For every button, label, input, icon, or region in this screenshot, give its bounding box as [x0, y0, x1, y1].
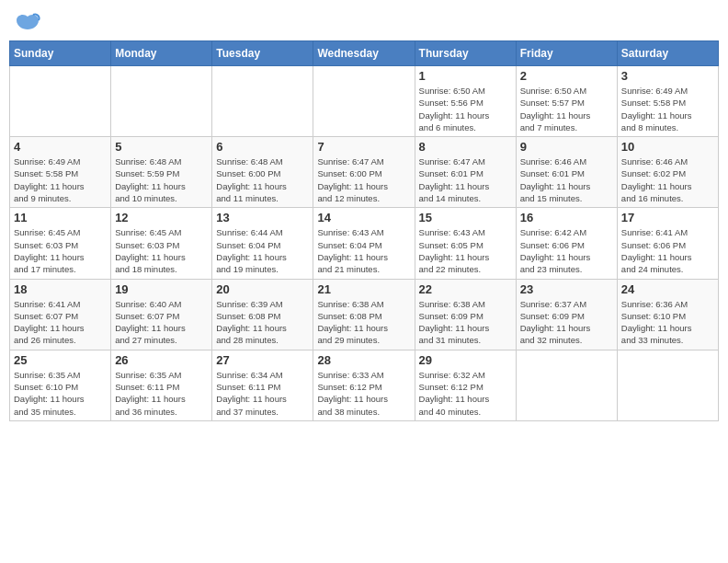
calendar-week-row: 4Sunrise: 6:49 AM Sunset: 5:58 PM Daylig…	[10, 137, 719, 208]
calendar-cell: 27Sunrise: 6:34 AM Sunset: 6:11 PM Dayli…	[212, 350, 313, 420]
page-header	[9, 9, 719, 33]
day-info: Sunrise: 6:35 AM Sunset: 6:10 PM Dayligh…	[14, 369, 107, 418]
day-info: Sunrise: 6:50 AM Sunset: 5:56 PM Dayligh…	[419, 85, 512, 133]
day-of-week-header: Wednesday	[313, 41, 415, 66]
calendar-cell: 7Sunrise: 6:47 AM Sunset: 6:00 PM Daylig…	[313, 137, 415, 208]
day-number: 10	[621, 140, 714, 154]
day-info: Sunrise: 6:32 AM Sunset: 6:12 PM Dayligh…	[419, 369, 512, 418]
calendar-cell: 9Sunrise: 6:46 AM Sunset: 6:01 PM Daylig…	[516, 137, 617, 208]
day-of-week-header: Thursday	[415, 41, 516, 66]
day-info: Sunrise: 6:37 AM Sunset: 6:09 PM Dayligh…	[520, 298, 613, 347]
calendar-cell: 20Sunrise: 6:39 AM Sunset: 6:08 PM Dayli…	[212, 279, 313, 350]
day-number: 1	[419, 69, 512, 83]
day-info: Sunrise: 6:41 AM Sunset: 6:06 PM Dayligh…	[621, 226, 714, 275]
day-number: 26	[115, 353, 208, 367]
day-of-week-header: Sunday	[10, 41, 111, 66]
calendar-cell: 5Sunrise: 6:48 AM Sunset: 5:59 PM Daylig…	[111, 137, 212, 208]
day-number: 29	[419, 353, 512, 367]
logo-bird-icon	[15, 13, 40, 33]
day-number: 17	[621, 211, 714, 224]
calendar-cell: 4Sunrise: 6:49 AM Sunset: 5:58 PM Daylig…	[10, 137, 111, 208]
calendar-cell: 15Sunrise: 6:43 AM Sunset: 6:05 PM Dayli…	[415, 208, 516, 279]
day-of-week-header: Tuesday	[212, 41, 313, 66]
calendar-cell: 21Sunrise: 6:38 AM Sunset: 6:08 PM Dayli…	[313, 279, 415, 350]
day-info: Sunrise: 6:49 AM Sunset: 5:58 PM Dayligh…	[14, 155, 107, 204]
day-number: 27	[216, 353, 309, 367]
day-number: 22	[419, 282, 512, 296]
day-of-week-header: Friday	[516, 41, 617, 66]
day-info: Sunrise: 6:43 AM Sunset: 6:04 PM Dayligh…	[317, 226, 410, 275]
day-info: Sunrise: 6:38 AM Sunset: 6:09 PM Dayligh…	[419, 298, 512, 347]
calendar-cell: 16Sunrise: 6:42 AM Sunset: 6:06 PM Dayli…	[516, 208, 617, 279]
day-number: 20	[216, 282, 309, 296]
day-number: 25	[14, 353, 107, 367]
calendar-cell: 18Sunrise: 6:41 AM Sunset: 6:07 PM Dayli…	[10, 279, 111, 350]
calendar-cell: 26Sunrise: 6:35 AM Sunset: 6:11 PM Dayli…	[111, 350, 212, 420]
day-number: 5	[115, 140, 208, 154]
calendar-cell: 17Sunrise: 6:41 AM Sunset: 6:06 PM Dayli…	[617, 208, 718, 279]
calendar-cell: 13Sunrise: 6:44 AM Sunset: 6:04 PM Dayli…	[212, 208, 313, 279]
day-number: 7	[317, 140, 410, 154]
calendar-cell	[313, 66, 415, 137]
calendar-cell: 1Sunrise: 6:50 AM Sunset: 5:56 PM Daylig…	[415, 66, 516, 137]
day-info: Sunrise: 6:33 AM Sunset: 6:12 PM Dayligh…	[317, 369, 410, 418]
day-number: 15	[419, 211, 512, 224]
calendar-cell: 12Sunrise: 6:45 AM Sunset: 6:03 PM Dayli…	[111, 208, 212, 279]
calendar-cell: 10Sunrise: 6:46 AM Sunset: 6:02 PM Dayli…	[617, 137, 718, 208]
day-number: 21	[317, 282, 410, 296]
day-of-week-header: Saturday	[617, 41, 718, 66]
calendar-cell	[617, 350, 718, 420]
calendar-cell: 29Sunrise: 6:32 AM Sunset: 6:12 PM Dayli…	[415, 350, 516, 420]
calendar-header-row: SundayMondayTuesdayWednesdayThursdayFrid…	[10, 41, 719, 66]
calendar-cell: 8Sunrise: 6:47 AM Sunset: 6:01 PM Daylig…	[415, 137, 516, 208]
calendar-week-row: 1Sunrise: 6:50 AM Sunset: 5:56 PM Daylig…	[10, 66, 719, 137]
calendar-cell: 24Sunrise: 6:36 AM Sunset: 6:10 PM Dayli…	[617, 279, 718, 350]
day-info: Sunrise: 6:43 AM Sunset: 6:05 PM Dayligh…	[419, 226, 512, 275]
day-info: Sunrise: 6:45 AM Sunset: 6:03 PM Dayligh…	[115, 226, 208, 275]
calendar-cell: 22Sunrise: 6:38 AM Sunset: 6:09 PM Dayli…	[415, 279, 516, 350]
day-number: 19	[115, 282, 208, 296]
day-info: Sunrise: 6:34 AM Sunset: 6:11 PM Dayligh…	[216, 369, 309, 418]
day-info: Sunrise: 6:41 AM Sunset: 6:07 PM Dayligh…	[14, 298, 107, 347]
day-info: Sunrise: 6:35 AM Sunset: 6:11 PM Dayligh…	[115, 369, 208, 418]
calendar-cell: 6Sunrise: 6:48 AM Sunset: 6:00 PM Daylig…	[212, 137, 313, 208]
calendar-cell: 25Sunrise: 6:35 AM Sunset: 6:10 PM Dayli…	[10, 350, 111, 420]
calendar-week-row: 18Sunrise: 6:41 AM Sunset: 6:07 PM Dayli…	[10, 279, 719, 350]
day-info: Sunrise: 6:42 AM Sunset: 6:06 PM Dayligh…	[520, 226, 613, 275]
day-number: 12	[115, 211, 208, 224]
day-number: 8	[419, 140, 512, 154]
day-number: 13	[216, 211, 309, 224]
logo	[13, 13, 40, 33]
calendar-cell	[111, 66, 212, 137]
calendar-cell	[516, 350, 617, 420]
day-number: 11	[14, 211, 107, 224]
day-info: Sunrise: 6:38 AM Sunset: 6:08 PM Dayligh…	[317, 298, 410, 347]
day-info: Sunrise: 6:46 AM Sunset: 6:01 PM Dayligh…	[520, 155, 613, 204]
day-number: 6	[216, 140, 309, 154]
day-info: Sunrise: 6:48 AM Sunset: 5:59 PM Dayligh…	[115, 155, 208, 204]
day-info: Sunrise: 6:36 AM Sunset: 6:10 PM Dayligh…	[621, 298, 714, 347]
day-number: 2	[520, 69, 613, 83]
day-number: 18	[14, 282, 107, 296]
day-number: 28	[317, 353, 410, 367]
day-info: Sunrise: 6:48 AM Sunset: 6:00 PM Dayligh…	[216, 155, 309, 204]
day-info: Sunrise: 6:46 AM Sunset: 6:02 PM Dayligh…	[621, 155, 714, 204]
calendar-cell: 23Sunrise: 6:37 AM Sunset: 6:09 PM Dayli…	[516, 279, 617, 350]
calendar-cell: 28Sunrise: 6:33 AM Sunset: 6:12 PM Dayli…	[313, 350, 415, 420]
day-info: Sunrise: 6:50 AM Sunset: 5:57 PM Dayligh…	[520, 85, 613, 133]
calendar-week-row: 11Sunrise: 6:45 AM Sunset: 6:03 PM Dayli…	[10, 208, 719, 279]
day-info: Sunrise: 6:44 AM Sunset: 6:04 PM Dayligh…	[216, 226, 309, 275]
day-info: Sunrise: 6:40 AM Sunset: 6:07 PM Dayligh…	[115, 298, 208, 347]
day-of-week-header: Monday	[111, 41, 212, 66]
calendar-cell: 3Sunrise: 6:49 AM Sunset: 5:58 PM Daylig…	[617, 66, 718, 137]
day-number: 9	[520, 140, 613, 154]
calendar-cell: 19Sunrise: 6:40 AM Sunset: 6:07 PM Dayli…	[111, 279, 212, 350]
day-info: Sunrise: 6:49 AM Sunset: 5:58 PM Dayligh…	[621, 85, 714, 133]
day-number: 16	[520, 211, 613, 224]
day-info: Sunrise: 6:47 AM Sunset: 6:00 PM Dayligh…	[317, 155, 410, 204]
calendar-cell: 2Sunrise: 6:50 AM Sunset: 5:57 PM Daylig…	[516, 66, 617, 137]
calendar-table: SundayMondayTuesdayWednesdayThursdayFrid…	[9, 40, 719, 421]
calendar-cell	[212, 66, 313, 137]
day-number: 14	[317, 211, 410, 224]
day-number: 4	[14, 140, 107, 154]
